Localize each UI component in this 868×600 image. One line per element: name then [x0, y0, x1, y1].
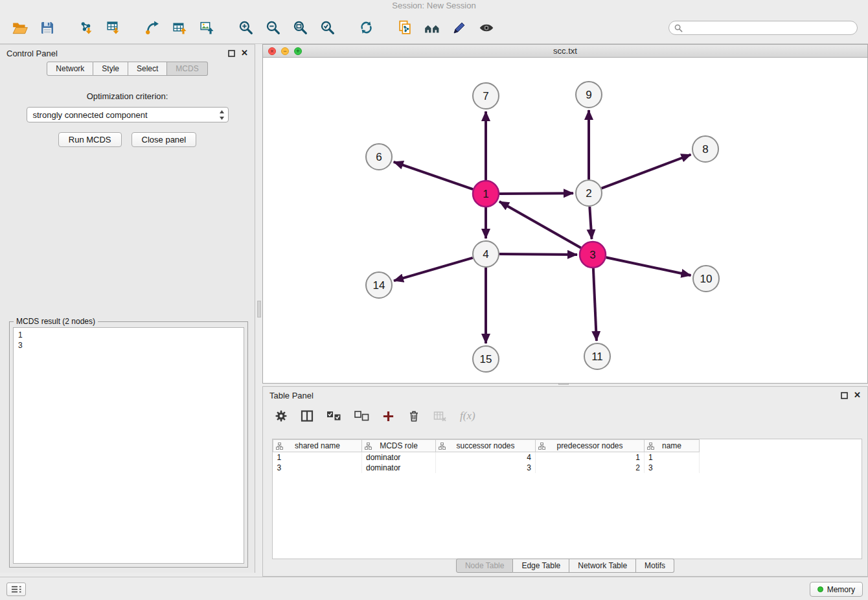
graph-node-11[interactable]: 11: [584, 343, 610, 369]
open-session-button[interactable]: [6, 15, 34, 41]
run-mcds-button[interactable]: Run MCDS: [58, 132, 122, 147]
status-menu-button[interactable]: [6, 583, 26, 596]
graph-edge-3-1[interactable]: [499, 202, 581, 248]
graph-edge-4-3[interactable]: [499, 254, 577, 255]
control-panel-float-button[interactable]: [228, 50, 235, 57]
deselect-all-icon: [354, 411, 369, 421]
cell-mcds-role[interactable]: dominator: [362, 463, 436, 473]
control-panel-close-button[interactable]: ✕: [241, 49, 248, 57]
homes-icon: [424, 19, 440, 36]
export-image-button[interactable]: [193, 15, 220, 41]
clone-network-button[interactable]: [391, 15, 418, 41]
graph-node-10[interactable]: 10: [693, 266, 719, 292]
delete-column-button[interactable]: [407, 410, 420, 422]
tab-node-table[interactable]: Node Table: [456, 559, 514, 573]
zoom-fit-button[interactable]: [286, 15, 314, 41]
cell-name[interactable]: 1: [645, 452, 700, 463]
select-all-button[interactable]: [326, 411, 341, 421]
deselect-all-button[interactable]: [354, 411, 369, 421]
graph-node-1[interactable]: 1: [473, 181, 499, 207]
close-traffic-light[interactable]: ×: [268, 47, 276, 55]
table-row[interactable]: 3 dominator 3 2 3: [273, 463, 700, 473]
trash-icon: [407, 410, 420, 422]
column-header-predecessor-nodes[interactable]: predecessor nodes: [536, 440, 645, 452]
zoom-out-button[interactable]: [259, 15, 286, 41]
graph-node-2[interactable]: 2: [576, 180, 602, 206]
tab-mcds[interactable]: MCDS: [167, 62, 207, 76]
cell-predecessor-nodes[interactable]: 1: [536, 452, 645, 463]
first-neighbors-button[interactable]: [139, 15, 166, 41]
criterion-dropdown[interactable]: strongly connected component: [27, 107, 229, 122]
graph-node-4[interactable]: 4: [473, 241, 499, 267]
zoom-in-button[interactable]: [232, 15, 259, 41]
vertical-splitter-handle[interactable]: [257, 301, 261, 317]
cell-successor-nodes[interactable]: 3: [436, 463, 536, 473]
control-panel-title: Control Panel: [6, 49, 58, 58]
column-header-shared-name[interactable]: shared name: [273, 440, 362, 452]
cell-shared-name[interactable]: 3: [273, 463, 362, 473]
function-builder-button[interactable]: f(x): [460, 410, 475, 422]
add-column-button[interactable]: [382, 410, 394, 422]
graph-edge-1-2[interactable]: [499, 193, 573, 194]
column-header-name[interactable]: name: [645, 440, 700, 452]
tab-select[interactable]: Select: [128, 62, 167, 76]
table-panel-tabs: Node Table Edge Table Network Table Moti…: [263, 559, 867, 573]
node-table-grid: shared name MCDS role successor nodes pr…: [273, 439, 700, 473]
zoom-in-icon: [238, 19, 254, 36]
save-session-button[interactable]: [34, 15, 61, 41]
graph-edge-3-11[interactable]: [593, 268, 597, 341]
graph-edge-2-3[interactable]: [589, 207, 591, 239]
export-table-icon: [172, 19, 188, 36]
mcds-result-list[interactable]: 1 3: [13, 327, 244, 564]
tab-style[interactable]: Style: [93, 62, 128, 76]
graph-edge-2-8[interactable]: [602, 155, 691, 189]
tab-edge-table[interactable]: Edge Table: [513, 559, 569, 573]
close-panel-button[interactable]: Close panel: [131, 132, 197, 147]
graph-node-8[interactable]: 8: [692, 136, 718, 162]
tab-network-table[interactable]: Network Table: [569, 559, 636, 573]
graph-node-15[interactable]: 15: [473, 346, 499, 372]
svg-text:10: 10: [700, 273, 713, 285]
show-hide-button[interactable]: [473, 15, 500, 41]
brush-icon: [451, 20, 467, 36]
minimize-traffic-light[interactable]: −: [281, 47, 289, 55]
table-panel-close-button[interactable]: ✕: [854, 391, 861, 399]
show-columns-button[interactable]: [301, 410, 314, 422]
table-row[interactable]: 1 dominator 4 1 1: [273, 452, 700, 463]
plus-icon: [382, 410, 394, 422]
network-graph[interactable]: 7968124314101511: [263, 58, 867, 383]
graph-node-9[interactable]: 9: [576, 82, 602, 108]
export-table-button[interactable]: [166, 15, 193, 41]
cell-shared-name[interactable]: 1: [273, 452, 362, 463]
column-header-successor-nodes[interactable]: successor nodes: [436, 440, 536, 452]
search-input[interactable]: [668, 21, 858, 35]
graph-node-6[interactable]: 6: [366, 144, 392, 170]
cell-successor-nodes[interactable]: 4: [436, 452, 536, 463]
graph-node-14[interactable]: 14: [366, 272, 392, 298]
cell-name[interactable]: 3: [645, 463, 700, 473]
zoom-selected-button[interactable]: [314, 15, 341, 41]
graph-edge-1-6[interactable]: [394, 162, 474, 189]
table-panel-float-button[interactable]: [841, 392, 848, 399]
graph-edge-4-14[interactable]: [394, 258, 473, 281]
network-analyzer-button[interactable]: [418, 15, 446, 41]
graph-node-7[interactable]: 7: [473, 83, 499, 109]
column-header-mcds-role[interactable]: MCDS role: [362, 440, 436, 452]
network-canvas[interactable]: 7968124314101511: [263, 58, 867, 383]
paint-style-button[interactable]: [446, 15, 473, 41]
maximize-traffic-light[interactable]: +: [294, 47, 302, 55]
table-settings-button[interactable]: [275, 410, 288, 422]
tab-network[interactable]: Network: [47, 62, 93, 76]
column-type-icon: [276, 443, 283, 452]
apply-layout-button[interactable]: [352, 15, 380, 41]
svg-text:15: 15: [480, 353, 492, 365]
graph-edge-3-10[interactable]: [606, 257, 691, 275]
memory-button[interactable]: Memory: [810, 582, 863, 597]
import-table-button[interactable]: [100, 15, 127, 41]
tab-motifs[interactable]: Motifs: [636, 559, 674, 573]
graph-node-3[interactable]: 3: [580, 242, 606, 268]
cell-mcds-role[interactable]: dominator: [362, 452, 436, 463]
import-network-button[interactable]: [73, 15, 100, 41]
delete-table-button[interactable]: [433, 410, 447, 422]
cell-predecessor-nodes[interactable]: 2: [536, 463, 645, 473]
